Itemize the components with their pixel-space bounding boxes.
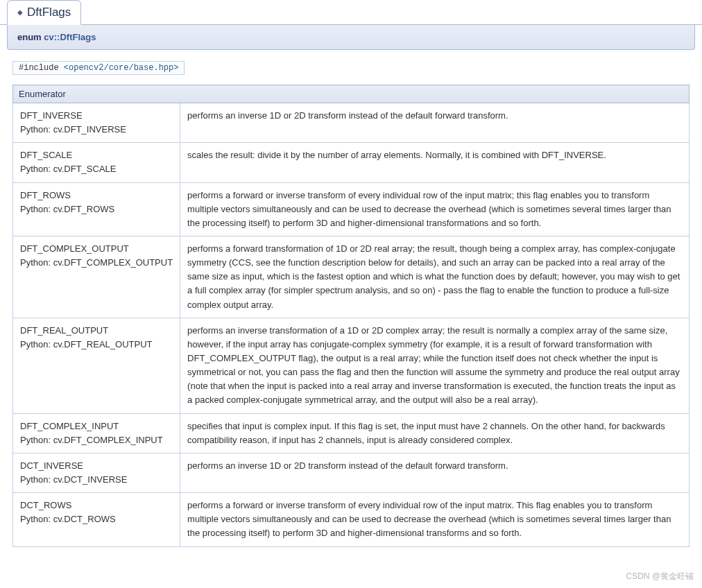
table-header: Enumerator xyxy=(13,85,690,103)
enum-desc: performs an inverse 1D or 2D transform i… xyxy=(180,103,690,143)
enum-desc: performs an inverse transformation of a … xyxy=(180,318,690,413)
enum-desc: performs a forward or inverse transform … xyxy=(180,182,690,236)
enum-python: Python: cv.DCT_ROWS xyxy=(20,512,173,526)
enum-desc: performs an inverse 1D or 2D transform i… xyxy=(180,453,690,492)
enum-name[interactable]: DFT_ROWS xyxy=(20,190,71,200)
enum-desc: performs a forward or inverse transform … xyxy=(180,493,690,546)
enum-desc: performs a forward transformation of 1D … xyxy=(180,236,690,318)
table-row: DCT_INVERSE Python: cv.DCT_INVERSE perfo… xyxy=(13,453,690,492)
enum-name[interactable]: DFT_COMPLEX_INPUT xyxy=(20,421,119,431)
enum-desc: scales the result: divide it by the numb… xyxy=(180,143,690,182)
table-row: DCT_ROWS Python: cv.DCT_ROWS performs a … xyxy=(13,493,690,546)
enum-python: Python: cv.DFT_COMPLEX_OUTPUT xyxy=(20,256,173,270)
enum-python: Python: cv.DCT_INVERSE xyxy=(20,473,173,487)
enum-link[interactable]: cv::DftFlags xyxy=(44,32,96,42)
enum-python: Python: cv.DFT_COMPLEX_INPUT xyxy=(20,433,173,447)
enum-python: Python: cv.DFT_REAL_OUTPUT xyxy=(20,338,173,352)
include-fragment: #include <opencv2/core/base.hpp> xyxy=(12,61,185,75)
enum-name[interactable]: DFT_COMPLEX_OUTPUT xyxy=(20,243,129,254)
table-row: DFT_SCALE Python: cv.DFT_SCALE scales th… xyxy=(13,143,690,182)
tab-title: DftFlags xyxy=(27,6,71,19)
include-keyword: #include xyxy=(19,63,64,73)
enum-desc: specifies that input is complex input. I… xyxy=(180,413,690,453)
tab-dftflags[interactable]: ◆ DftFlags xyxy=(7,0,81,25)
enum-name[interactable]: DFT_INVERSE xyxy=(20,110,83,121)
enum-python: Python: cv.DFT_ROWS xyxy=(20,202,173,216)
diamond-icon: ◆ xyxy=(17,9,23,16)
enum-name[interactable]: DFT_SCALE xyxy=(20,150,72,160)
enum-python: Python: cv.DFT_INVERSE xyxy=(20,123,173,137)
enum-python: Python: cv.DFT_SCALE xyxy=(20,162,173,176)
enumerator-table: Enumerator DFT_INVERSE Python: cv.DFT_IN… xyxy=(12,85,690,547)
table-row: DFT_ROWS Python: cv.DFT_ROWS performs a … xyxy=(13,182,690,236)
table-row: DFT_COMPLEX_INPUT Python: cv.DFT_COMPLEX… xyxy=(13,413,690,453)
table-row: DFT_COMPLEX_OUTPUT Python: cv.DFT_COMPLE… xyxy=(13,236,690,318)
table-row: DFT_INVERSE Python: cv.DFT_INVERSE perfo… xyxy=(13,103,690,143)
enum-name[interactable]: DFT_REAL_OUTPUT xyxy=(20,325,108,336)
table-row: DFT_REAL_OUTPUT Python: cv.DFT_REAL_OUTP… xyxy=(13,318,690,413)
content: #include <opencv2/core/base.hpp> Enumera… xyxy=(0,50,702,560)
member-name-bar: enum cv::DftFlags xyxy=(7,25,695,50)
include-path: opencv2/core/base.hpp xyxy=(69,63,173,73)
enum-prefix: enum xyxy=(17,32,44,42)
tab-row: ◆ DftFlags xyxy=(0,0,702,25)
enum-name[interactable]: DCT_INVERSE xyxy=(20,460,83,471)
enum-name[interactable]: DCT_ROWS xyxy=(20,500,71,510)
